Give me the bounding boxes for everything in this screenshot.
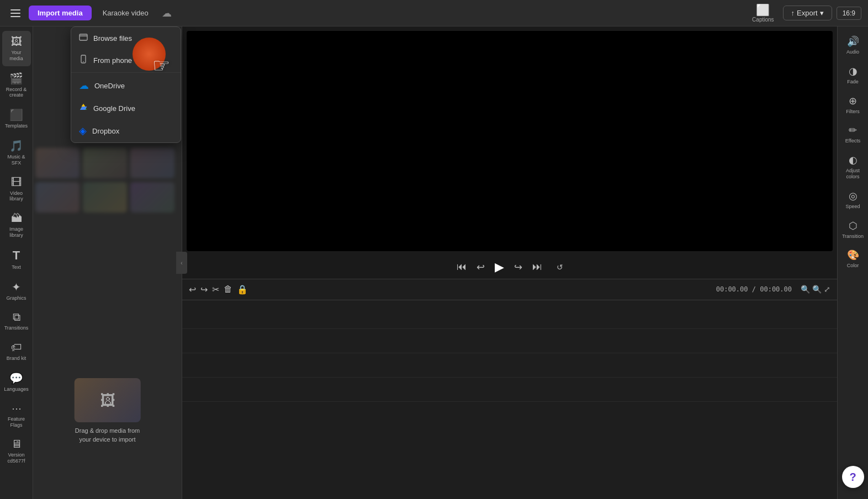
image-library-icon: 🏔	[11, 212, 22, 225]
skip-back-button[interactable]: ⏮	[457, 261, 467, 273]
undo-button[interactable]: ↩	[189, 284, 196, 295]
music-sfx-icon: 🎵	[9, 139, 23, 152]
dropbox-label: Dropbox	[92, 127, 119, 135]
right-item-speed[interactable]: ◎ Speed	[839, 185, 867, 214]
sidebar-item-record-create[interactable]: 🎬 Record & create	[2, 67, 31, 103]
record-create-icon: 🎬	[9, 72, 23, 85]
video-library-icon: 🎞	[11, 176, 22, 189]
google-drive-icon	[79, 103, 88, 114]
time-total: 00:00.00	[760, 285, 792, 293]
collapse-panel-handle[interactable]: ‹	[176, 252, 187, 274]
transition-label: Transition	[842, 233, 864, 240]
dropdown-divider	[71, 72, 181, 73]
sidebar-item-image-library[interactable]: 🏔 Image library	[2, 208, 31, 243]
dropdown-item-browse-files[interactable]: Browse files	[71, 27, 181, 49]
skip-forward-button[interactable]: ⏭	[532, 261, 542, 273]
sidebar-item-feature-flags[interactable]: ⋯ Feature Flags	[2, 398, 31, 433]
right-item-color[interactable]: 🎨 Color	[839, 245, 867, 273]
audio-icon: 🔊	[847, 35, 859, 47]
sidebar-item-video-library[interactable]: 🎞 Video library	[2, 172, 31, 207]
right-item-adjust-colors[interactable]: ◐ Adjust colors	[839, 150, 867, 184]
dropbox-icon: ◈	[79, 125, 87, 137]
hamburger-menu[interactable]	[7, 4, 24, 22]
right-item-filters[interactable]: ⊕ Filters	[839, 91, 867, 119]
track-row-1	[182, 305, 837, 329]
version-icon: 🖥	[11, 438, 22, 450]
dropdown-item-google-drive[interactable]: Google Drive	[71, 97, 181, 119]
right-item-transition[interactable]: ⬡ Transition	[839, 215, 867, 244]
sidebar-label-graphics: Graphics	[6, 295, 26, 301]
main-body: 🖼 Your media 🎬 Record & create ⬛ Templat…	[0, 26, 868, 499]
sidebar-item-text[interactable]: T Text	[2, 244, 31, 275]
import-media-button[interactable]: Import media	[29, 6, 92, 20]
sidebar-label-feature-flags: Feature Flags	[4, 416, 29, 428]
track-row-3	[182, 353, 837, 378]
export-button[interactable]: ↑ Export ▾	[783, 6, 832, 20]
dropdown-item-from-phone[interactable]: From phone	[71, 49, 181, 71]
svg-rect-0	[80, 34, 87, 40]
fade-icon: ◑	[849, 65, 858, 77]
sidebar-item-brand-kit[interactable]: 🏷 Brand kit	[2, 337, 31, 366]
sidebar-item-your-media[interactable]: 🖼 Your media	[2, 31, 31, 66]
video-preview	[187, 31, 833, 251]
captions-icon: ⬜	[756, 3, 770, 17]
filters-icon: ⊕	[849, 95, 857, 107]
right-item-fade[interactable]: ◑ Fade	[839, 61, 867, 89]
sidebar-label-music-sfx: Music & SFX	[4, 154, 29, 166]
sidebar-item-transitions[interactable]: ⧉ Transitions	[2, 306, 31, 336]
zoom-in-button[interactable]: 🔍	[812, 285, 822, 294]
sidebar-label-transitions: Transitions	[4, 325, 29, 331]
sidebar-item-version[interactable]: 🖥 Version cd5677f	[2, 433, 31, 469]
right-item-audio[interactable]: 🔊 Audio	[839, 31, 867, 60]
captions-label: Captions	[752, 17, 774, 23]
left-sidebar: 🖼 Your media 🎬 Record & create ⬛ Templat…	[0, 26, 33, 499]
tab-karaoke[interactable]: Karaoke video	[96, 6, 155, 20]
feature-flags-icon: ⋯	[12, 402, 22, 415]
effects-icon: ✏	[849, 124, 857, 136]
redo-button[interactable]: ↪	[200, 284, 208, 295]
timeline-area: ↩ ↪ ✂ 🗑 🔒 00:00.00 / 00:00.00 🔍 🔍 ⤢	[182, 279, 837, 500]
from-phone-icon	[79, 55, 88, 66]
sidebar-item-music-sfx[interactable]: 🎵 Music & SFX	[2, 135, 31, 171]
loop-button[interactable]: ↺	[557, 263, 563, 272]
drag-drop-icon: 🖼	[100, 391, 115, 410]
export-icon: ↑	[791, 9, 795, 17]
sidebar-label-video-library: Video library	[4, 190, 29, 203]
drag-drop-text: Drag & drop media from your device to im…	[70, 427, 145, 444]
step-forward-button[interactable]: ↪	[514, 261, 522, 273]
lock-button[interactable]: 🔒	[237, 284, 248, 295]
captions-button[interactable]: ⬜ Captions	[748, 1, 778, 25]
media-panel: Browse files From phone ☁ OneDrive	[33, 26, 182, 499]
dropdown-item-dropbox[interactable]: ◈ Dropbox	[71, 119, 181, 142]
cut-button[interactable]: ✂	[212, 284, 219, 295]
export-label: Export	[797, 9, 818, 17]
fit-timeline-button[interactable]: ⤢	[824, 285, 830, 294]
play-button[interactable]: ▶	[495, 260, 504, 274]
step-back-button[interactable]: ↩	[477, 261, 485, 273]
time-separator: /	[752, 285, 756, 293]
topbar: Import media Karaoke video ☁ ⬜ Captions …	[0, 0, 868, 26]
dropdown-item-onedrive[interactable]: ☁ OneDrive	[71, 74, 181, 97]
from-phone-label: From phone	[93, 56, 132, 65]
sidebar-label-your-media: Your media	[4, 50, 29, 62]
sidebar-label-brand-kit: Brand kit	[7, 355, 27, 362]
languages-icon: 💬	[9, 371, 23, 385]
sidebar-item-graphics[interactable]: ✦ Graphics	[2, 276, 31, 306]
graphics-icon: ✦	[12, 280, 21, 294]
color-icon: 🎨	[847, 249, 859, 261]
sidebar-item-templates[interactable]: ⬛ Templates	[2, 104, 31, 134]
your-media-icon: 🖼	[11, 35, 22, 48]
delete-button[interactable]: 🗑	[224, 284, 232, 294]
sidebar-item-languages[interactable]: 💬 Languages	[2, 367, 31, 397]
timecode-display: 00:00.00 / 00:00.00	[716, 285, 792, 293]
aspect-ratio-badge[interactable]: 16:9	[837, 7, 861, 20]
help-button[interactable]: ?	[842, 466, 864, 488]
zoom-out-button[interactable]: 🔍	[801, 285, 810, 294]
drag-drop-card[interactable]: 🖼	[75, 378, 141, 422]
templates-icon: ⬛	[9, 108, 23, 121]
right-item-effects[interactable]: ✏ Effects	[839, 120, 867, 148]
speed-icon: ◎	[849, 190, 858, 202]
sidebar-label-version: Version cd5677f	[4, 452, 29, 464]
audio-label: Audio	[846, 49, 859, 55]
track-row-4	[182, 378, 837, 402]
